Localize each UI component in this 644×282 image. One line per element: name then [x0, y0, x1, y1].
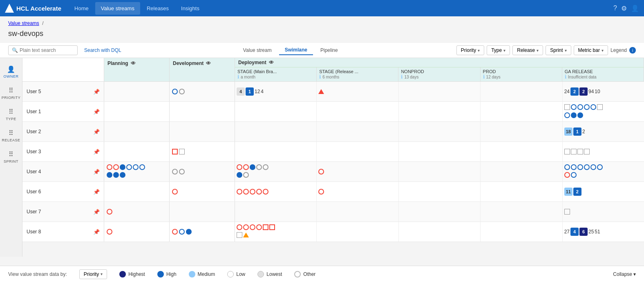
- settings-icon[interactable]: ⚙: [621, 4, 627, 12]
- pin-icon-user8[interactable]: 📌: [93, 229, 100, 235]
- table-row: User 5 📌 4 1 12 4: [22, 82, 644, 102]
- view-tab-value-stream[interactable]: Value stream: [237, 46, 277, 55]
- view-tab-pipeline[interactable]: Pipeline: [315, 46, 344, 55]
- search-input[interactable]: [20, 47, 73, 53]
- help-icon[interactable]: ?: [613, 4, 617, 12]
- pin-icon-user3[interactable]: 📌: [93, 149, 100, 155]
- col-header-deployment: Deployment 👁 STAGE (Main Bra... ℹ a mont…: [235, 58, 644, 81]
- search-box: 🔍: [8, 45, 78, 55]
- breadcrumb-value-streams[interactable]: Value streams: [8, 20, 39, 26]
- sidebar-item-release-label: RELEASE: [2, 138, 20, 142]
- pin-icon-user5[interactable]: 📌: [93, 89, 100, 95]
- search-icon: 🔍: [12, 47, 18, 53]
- sub-stage-release: STAGE (Release ... ℹ 6 months: [317, 67, 398, 81]
- sidebar-item-priority[interactable]: ⠿ PRIORITY: [1, 83, 21, 103]
- release-filter-btn[interactable]: Release ▾: [512, 45, 543, 55]
- pin-icon-user1[interactable]: 📌: [93, 109, 100, 115]
- sub-stage-prod: PROD ℹ 12 days: [481, 67, 562, 81]
- sub-stage-main-info[interactable]: ℹ: [237, 74, 239, 80]
- cell-sub-main-user1: [235, 102, 317, 121]
- app-logo: HCL Accelerate: [5, 4, 61, 13]
- cell-sub-ga-user8: 27 4 6 25 51: [563, 222, 644, 242]
- cell-sub-release-user8: [317, 222, 398, 242]
- sidebar-item-sprint[interactable]: ⠿ SPRINT: [1, 147, 21, 167]
- dot-user5-dev1[interactable]: [172, 89, 178, 94]
- planning-eye-icon[interactable]: 👁: [131, 60, 136, 66]
- metric-bar-filter-btn[interactable]: Metric bar ▾: [574, 45, 608, 55]
- cell-sub-ga-user1: [563, 102, 644, 121]
- cell-sub-main-user6: [235, 182, 317, 201]
- sidebar-item-owner-label: OWNER: [4, 74, 19, 78]
- deployment-header: Deployment 👁: [235, 58, 644, 67]
- deployment-eye-icon[interactable]: 👁: [269, 60, 274, 65]
- view-tab-swimlane[interactable]: Swimlane: [279, 45, 313, 55]
- content-area: Planning 👁 Development 👁 Deployment 👁: [22, 58, 644, 257]
- table-row: User 4 📌: [22, 162, 644, 182]
- cell-deployment-user5: 4 1 12 4 24 2 2 94 10: [235, 82, 644, 101]
- cell-sub-ga-user6: 11 2: [563, 182, 644, 201]
- badge-user5-1: 4: [237, 87, 245, 96]
- cell-sub-ga-user5: 24 2 2 94 10: [563, 82, 644, 101]
- badge-user5-2: 1: [246, 87, 254, 96]
- cell-planning-user7: [104, 202, 170, 222]
- sub-stage-nonprod-info[interactable]: ℹ: [401, 74, 403, 80]
- priority-filter-btn[interactable]: Priority ▾: [456, 45, 484, 55]
- cell-sub-prod-user7: [481, 202, 562, 222]
- cell-deployment-user8: 27 4 6 25 51: [235, 222, 644, 242]
- sub-stage-prod-info[interactable]: ℹ: [483, 74, 485, 80]
- priority-icon: ⠿: [9, 87, 14, 94]
- sub-stage-ga-info[interactable]: ℹ: [565, 74, 567, 80]
- table-row: User 7 📌: [22, 202, 644, 222]
- table-row: User 8 📌: [22, 222, 644, 242]
- cell-deployment-user2: 18 1 2: [235, 122, 644, 141]
- nav-value-streams[interactable]: Value streams: [95, 2, 140, 15]
- type-filter-btn[interactable]: Type ▾: [487, 45, 510, 55]
- pin-icon-user2[interactable]: 📌: [93, 129, 100, 135]
- cell-sub-prod-user6: [481, 182, 562, 201]
- sub-stage-main: STAGE (Main Bra... ℹ a month: [235, 67, 317, 81]
- pin-icon-user6[interactable]: 📌: [93, 189, 100, 195]
- dot-user5-dev2[interactable]: [179, 89, 185, 94]
- pin-icon-user4[interactable]: 📌: [93, 169, 100, 175]
- cell-development-user6: [170, 182, 235, 201]
- cell-sub-release-user2: [317, 122, 398, 141]
- cell-planning-user8: [104, 222, 170, 242]
- nav-releases[interactable]: Releases: [141, 2, 174, 15]
- deployment-sub-cols: STAGE (Main Bra... ℹ a month STAGE (Rele…: [235, 67, 644, 81]
- table-row: User 2 📌 18 1 2: [22, 122, 644, 142]
- cell-development-user2: [170, 122, 235, 141]
- cell-planning-user5: [104, 82, 170, 101]
- cell-planning-user6: [104, 182, 170, 201]
- cell-sub-release-user3: [317, 142, 398, 161]
- cell-sub-prod-user4: [481, 162, 562, 181]
- column-header-row: Planning 👁 Development 👁 Deployment 👁: [22, 58, 644, 82]
- sidebar-item-type[interactable]: ⠿ TYPE: [1, 105, 21, 124]
- development-eye-icon[interactable]: 👁: [206, 60, 211, 66]
- cell-deployment-user1: [235, 102, 644, 121]
- pin-icon-user7[interactable]: 📌: [93, 209, 100, 215]
- sidebar-item-owner[interactable]: 👤 OWNER: [1, 62, 21, 82]
- cell-sub-nonprod-user5: [399, 82, 481, 101]
- nav-home[interactable]: Home: [69, 2, 94, 15]
- nav-insights[interactable]: Insights: [175, 2, 205, 15]
- sprint-filter-btn[interactable]: Sprint ▾: [546, 45, 571, 55]
- cell-sub-main-user8: [235, 222, 317, 242]
- type-icon: ⠿: [9, 108, 14, 116]
- cell-deployment-user4: [235, 162, 644, 181]
- swimlane-table: Planning 👁 Development 👁 Deployment 👁: [22, 58, 644, 242]
- cell-sub-main-user3: [235, 142, 317, 161]
- sub-stage-release-info[interactable]: ℹ: [319, 74, 321, 80]
- dql-search-button[interactable]: Search with DQL: [81, 46, 125, 55]
- app-name: HCL Accelerate: [16, 5, 61, 12]
- planning-stage-label: Planning 👁: [107, 60, 166, 66]
- cell-owner-user1: User 1 📌: [22, 102, 104, 121]
- cell-sub-release-user6: [317, 182, 398, 201]
- sidebar-item-release[interactable]: ⠿ RELEASE: [1, 126, 21, 145]
- cell-sub-nonprod-user4: [399, 162, 481, 181]
- legend-info-icon[interactable]: i: [629, 47, 636, 54]
- user-icon[interactable]: 👤: [631, 4, 639, 12]
- nav-right: ? ⚙ 👤: [613, 4, 639, 12]
- cell-deployment-user3: [235, 142, 644, 161]
- sub-stage-nonprod: NONPROD ℹ 13 days: [398, 67, 480, 81]
- sprint-icon: ⠿: [9, 150, 14, 158]
